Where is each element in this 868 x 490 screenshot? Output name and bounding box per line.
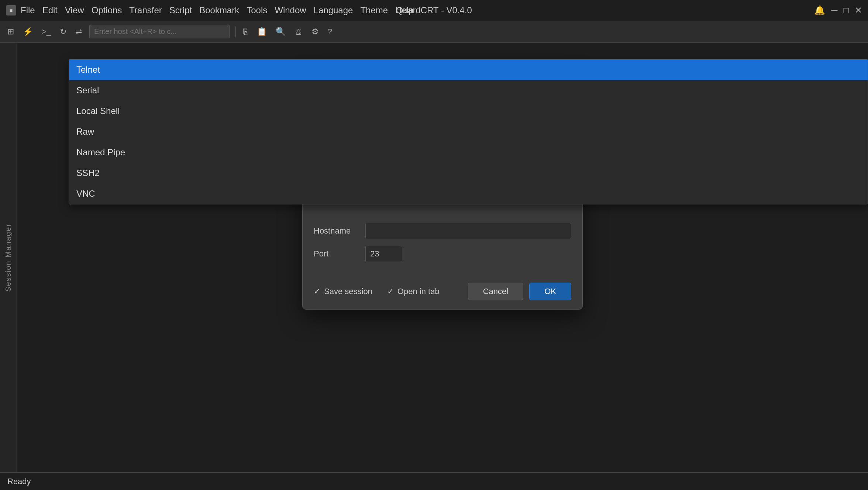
close-button[interactable]: ✕ bbox=[855, 5, 862, 15]
open-in-tab-checkmark: ✓ bbox=[387, 287, 394, 296]
help-icon[interactable]: ? bbox=[326, 25, 334, 38]
menu-window[interactable]: Window bbox=[275, 5, 306, 15]
refresh-icon[interactable]: ↻ bbox=[58, 25, 68, 38]
dropdown-item-telnet[interactable]: Telnet bbox=[302, 72, 583, 80]
toolbar-separator-1 bbox=[235, 26, 236, 37]
dropdown-item-vnc[interactable]: VNC bbox=[302, 183, 583, 204]
dropdown-item-ssh2[interactable]: SSH2 bbox=[302, 163, 583, 183]
minimize-button[interactable]: ─ bbox=[831, 5, 837, 15]
menu-theme[interactable]: Theme bbox=[360, 5, 388, 15]
search-icon[interactable]: 🔍 bbox=[274, 25, 287, 38]
window-controls: 🔔 ─ □ ✕ bbox=[814, 5, 862, 15]
copy-icon[interactable]: ⎘ bbox=[242, 25, 249, 38]
hostname-input[interactable] bbox=[365, 223, 571, 239]
menu-script[interactable]: Script bbox=[169, 5, 192, 15]
main-content: Session Manager 快速连接 P bbox=[0, 43, 868, 472]
menu-tools[interactable]: Tools bbox=[247, 5, 267, 15]
save-session-checkmark: ✓ bbox=[314, 287, 320, 296]
menu-edit[interactable]: Edit bbox=[42, 5, 58, 15]
dropdown-item-named-pipe[interactable]: Named Pipe bbox=[302, 142, 583, 163]
settings-icon[interactable]: ⚙ bbox=[310, 25, 320, 38]
paste-icon[interactable]: 📋 bbox=[255, 25, 268, 38]
open-in-tab-check[interactable]: ✓ Open in tab bbox=[387, 287, 440, 296]
port-row: Port bbox=[314, 246, 571, 262]
hostname-label: Hostname bbox=[314, 226, 365, 236]
open-in-tab-label: Open in tab bbox=[397, 287, 440, 296]
save-session-label: Save session bbox=[324, 287, 372, 296]
status-bar: Ready bbox=[0, 472, 868, 490]
print-icon[interactable]: 🖨 bbox=[293, 25, 304, 38]
dialog-footer: ✓ Save session ✓ Open in tab Cancel OK bbox=[303, 277, 582, 309]
menu-language[interactable]: Language bbox=[314, 5, 353, 15]
menu-options[interactable]: Options bbox=[92, 5, 122, 15]
hostname-row: Hostname bbox=[314, 223, 571, 239]
save-session-check[interactable]: ✓ Save session bbox=[314, 287, 372, 296]
port-input[interactable] bbox=[365, 246, 402, 262]
protocol-dropdown[interactable]: Telnet Serial Local Shell Raw Named Pipe… bbox=[302, 72, 583, 204]
session-manager-sidebar[interactable]: Session Manager bbox=[0, 43, 17, 472]
dropdown-item-raw[interactable]: Raw bbox=[302, 121, 583, 142]
menu-bookmark[interactable]: Bookmark bbox=[199, 5, 239, 15]
footer-buttons: Cancel OK bbox=[468, 283, 571, 300]
maximize-button[interactable]: □ bbox=[844, 5, 849, 15]
quick-connect-icon[interactable]: ⚡ bbox=[21, 25, 34, 38]
footer-checkboxes: ✓ Save session ✓ Open in tab bbox=[314, 287, 440, 296]
ok-button[interactable]: OK bbox=[529, 283, 571, 300]
terminal-icon[interactable]: >_ bbox=[40, 25, 52, 38]
status-text: Ready bbox=[7, 477, 31, 486]
menu-transfer[interactable]: Transfer bbox=[129, 5, 162, 15]
app-icon: ■ bbox=[6, 5, 16, 15]
menu-view[interactable]: View bbox=[65, 5, 84, 15]
port-label: Port bbox=[314, 249, 365, 259]
modal-overlay: 快速连接 Protocol Telnet ▾ Telnet bbox=[17, 43, 868, 472]
title-bar: ■ File Edit View Options Transfer Script… bbox=[0, 0, 868, 21]
sync-icon[interactable]: ⇌ bbox=[74, 25, 83, 38]
menu-file[interactable]: File bbox=[21, 5, 35, 15]
dialog-body: Protocol Telnet ▾ Telnet Serial Local Sh… bbox=[303, 94, 582, 277]
cancel-button[interactable]: Cancel bbox=[468, 283, 523, 300]
quick-connect-dialog: 快速连接 Protocol Telnet ▾ Telnet bbox=[302, 72, 583, 310]
toolbar: ⊞ ⚡ >_ ↻ ⇌ ⎘ 📋 🔍 🖨 ⚙ ? bbox=[0, 21, 868, 43]
work-area: 快速连接 Protocol Telnet ▾ Telnet bbox=[17, 43, 868, 472]
app-title: QuardCRT - V0.4.0 bbox=[396, 5, 472, 15]
sessions-icon[interactable]: ⊞ bbox=[6, 25, 16, 38]
host-input[interactable] bbox=[89, 25, 230, 38]
session-manager-label: Session Manager bbox=[4, 223, 13, 292]
dropdown-item-local-shell[interactable]: Local Shell bbox=[302, 101, 583, 121]
dropdown-item-serial[interactable]: Serial bbox=[302, 80, 583, 101]
notification-icon[interactable]: 🔔 bbox=[814, 5, 825, 15]
